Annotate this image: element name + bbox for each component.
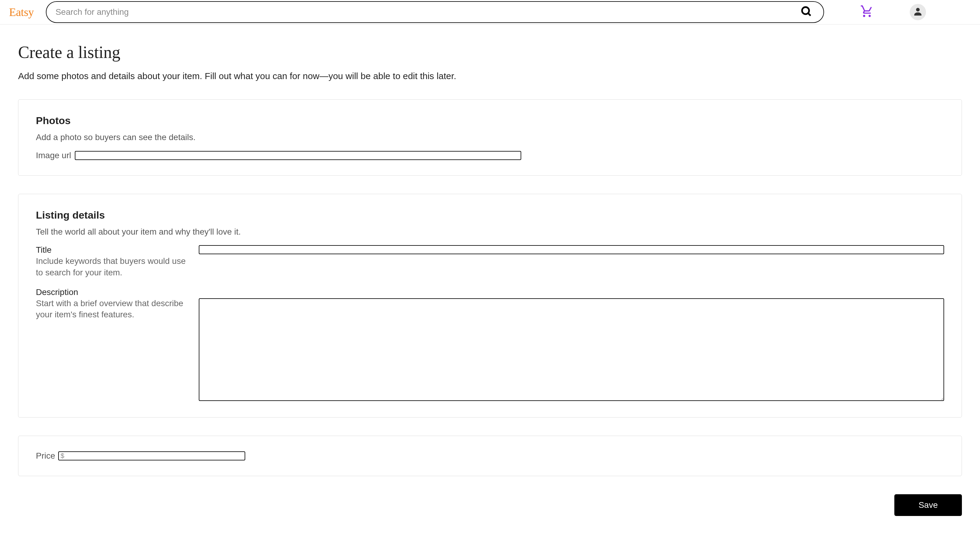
svg-line-1 <box>808 13 810 16</box>
svg-point-2 <box>916 8 920 11</box>
image-url-field: Image url <box>36 151 944 160</box>
header-icons <box>860 4 926 20</box>
title-hint: Include keywords that buyers would use t… <box>36 256 187 278</box>
price-input[interactable] <box>58 451 245 460</box>
details-card: Listing details Tell the world all about… <box>18 194 962 418</box>
card-title-details: Listing details <box>36 209 944 221</box>
title-field-row: Title Include keywords that buyers would… <box>36 245 944 278</box>
description-label-col: Description Start with a brief overview … <box>36 287 187 402</box>
card-sub-photos: Add a photo so buyers can see the detail… <box>36 133 944 142</box>
card-sub-details: Tell the world all about your item and w… <box>36 227 944 237</box>
page-subtitle: Add some photos and details about your i… <box>18 71 962 81</box>
search-icon <box>800 14 813 19</box>
description-hint: Start with a brief overview that describ… <box>36 298 187 321</box>
search-button[interactable] <box>798 3 815 21</box>
title-input[interactable] <box>199 245 944 254</box>
logo[interactable]: Eatsy <box>9 5 34 19</box>
photos-card: Photos Add a photo so buyers can see the… <box>18 99 962 176</box>
image-url-input[interactable] <box>75 151 521 160</box>
description-field-row: Description Start with a brief overview … <box>36 287 944 402</box>
description-textarea[interactable] <box>199 298 944 401</box>
save-button[interactable]: Save <box>894 494 962 516</box>
header: Eatsy <box>0 0 980 24</box>
search-input[interactable] <box>46 1 824 23</box>
title-label: Title <box>36 245 187 255</box>
image-url-label: Image url <box>36 151 71 160</box>
cart-button[interactable] <box>860 5 873 19</box>
card-title-photos: Photos <box>36 115 944 126</box>
user-icon <box>912 6 923 18</box>
search-wrap <box>46 1 824 23</box>
price-row: Price <box>36 451 944 461</box>
save-row: Save <box>18 494 962 516</box>
description-input-col <box>199 287 944 402</box>
page-title: Create a listing <box>18 43 962 62</box>
cart-icon <box>860 14 873 19</box>
price-label: Price <box>36 451 55 461</box>
svg-point-0 <box>802 7 809 14</box>
title-label-col: Title Include keywords that buyers would… <box>36 245 187 278</box>
description-label: Description <box>36 287 187 297</box>
avatar[interactable] <box>910 4 926 20</box>
main-content: Create a listing Add some photos and det… <box>0 24 980 528</box>
price-card: Price <box>18 436 962 476</box>
title-input-col <box>199 245 944 278</box>
